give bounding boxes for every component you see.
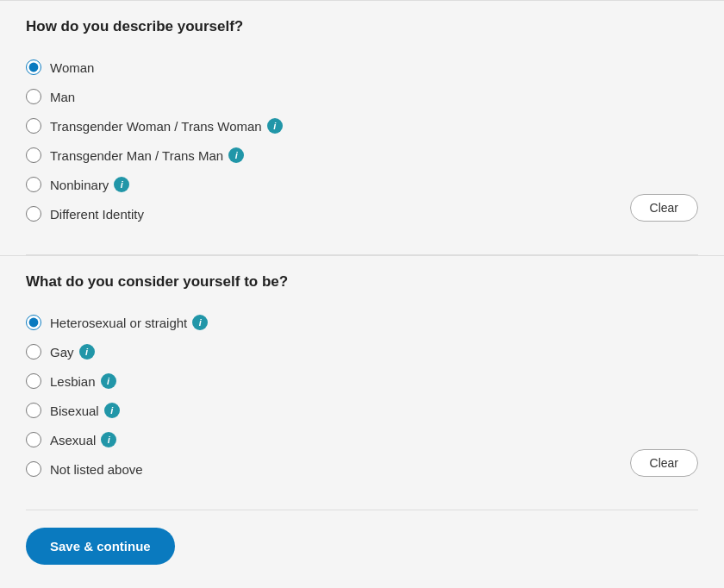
sexuality-radio-heterosexual[interactable] — [26, 315, 41, 330]
sexuality-label-bisexual[interactable]: Bisexuali — [50, 403, 120, 418]
sexuality-radio-bisexual[interactable] — [26, 403, 41, 418]
info-icon-trans-man[interactable]: i — [228, 147, 244, 163]
gender-radio-trans-woman[interactable] — [26, 118, 41, 134]
sexuality-option-row-heterosexual: Heterosexual or straighti — [26, 308, 698, 337]
sexuality-option-row-asexual: Asexuali — [26, 425, 698, 454]
sexuality-options-container: Heterosexual or straightiGayiLesbianiBis… — [26, 308, 698, 492]
gender-options-container: WomanManTransgender Woman / Trans Womani… — [26, 53, 698, 237]
sexuality-options-list: Heterosexual or straightiGayiLesbianiBis… — [26, 308, 698, 484]
info-icon-trans-woman[interactable]: i — [267, 118, 283, 134]
sexuality-label-heterosexual[interactable]: Heterosexual or straighti — [50, 315, 208, 330]
sexuality-label-not-listed[interactable]: Not listed above — [50, 462, 143, 477]
info-icon-bisexual[interactable]: i — [104, 403, 120, 418]
gender-label-trans-woman[interactable]: Transgender Woman / Trans Womani — [50, 118, 283, 134]
sexuality-label-lesbian[interactable]: Lesbiani — [50, 373, 116, 389]
gender-label-woman[interactable]: Woman — [50, 60, 94, 75]
sexuality-label-asexual[interactable]: Asexuali — [50, 432, 116, 447]
gender-label-man[interactable]: Man — [50, 90, 75, 104]
gender-option-row-man: Man — [26, 82, 698, 111]
save-section: Save & continue — [0, 510, 724, 588]
sexuality-option-row-bisexual: Bisexuali — [26, 396, 698, 425]
gender-radio-trans-man[interactable] — [26, 147, 41, 163]
section-gender: How do you describe yourself? WomanManTr… — [0, 0, 724, 254]
sexuality-radio-gay[interactable] — [26, 344, 41, 360]
sexuality-clear-button[interactable]: Clear — [630, 449, 698, 477]
info-icon-lesbian[interactable]: i — [101, 373, 116, 389]
gender-radio-different-identity[interactable] — [26, 206, 41, 222]
section-sexuality-title: What do you consider yourself to be? — [26, 273, 698, 291]
gender-option-row-trans-man: Transgender Man / Trans Mani — [26, 141, 698, 170]
info-icon-gay[interactable]: i — [79, 344, 95, 360]
gender-option-row-different-identity: Different IdentityClear — [26, 199, 698, 228]
sexuality-label-gay[interactable]: Gayi — [50, 344, 95, 360]
sexuality-radio-lesbian[interactable] — [26, 373, 41, 389]
sexuality-radio-asexual[interactable] — [26, 432, 41, 447]
section-sexuality: What do you consider yourself to be? Het… — [0, 255, 724, 510]
gender-option-row-woman: Woman — [26, 53, 698, 82]
gender-options-list: WomanManTransgender Woman / Trans Womani… — [26, 53, 698, 228]
gender-option-row-nonbinary: Nonbinaryi — [26, 170, 698, 199]
gender-radio-woman[interactable] — [26, 59, 41, 75]
section-gender-title: How do you describe yourself? — [26, 18, 698, 35]
gender-clear-wrapper: Clear — [630, 194, 698, 222]
gender-label-nonbinary[interactable]: Nonbinaryi — [50, 177, 129, 192]
gender-label-trans-man[interactable]: Transgender Man / Trans Mani — [50, 147, 244, 163]
gender-radio-man[interactable] — [26, 89, 41, 104]
sexuality-clear-wrapper: Clear — [630, 449, 698, 477]
gender-option-row-trans-woman: Transgender Woman / Trans Womani — [26, 111, 698, 141]
gender-label-different-identity[interactable]: Different Identity — [50, 207, 144, 222]
sexuality-option-row-lesbian: Lesbiani — [26, 366, 698, 396]
save-continue-button[interactable]: Save & continue — [26, 528, 175, 565]
sexuality-radio-not-listed[interactable] — [26, 461, 41, 477]
sexuality-option-row-gay: Gayi — [26, 337, 698, 366]
gender-clear-button[interactable]: Clear — [630, 194, 698, 222]
info-icon-nonbinary[interactable]: i — [114, 177, 129, 192]
sexuality-option-row-not-listed: Not listed aboveClear — [26, 454, 698, 484]
page-container: How do you describe yourself? WomanManTr… — [0, 0, 724, 588]
info-icon-heterosexual[interactable]: i — [192, 315, 208, 330]
info-icon-asexual[interactable]: i — [101, 432, 116, 447]
gender-radio-nonbinary[interactable] — [26, 177, 41, 192]
